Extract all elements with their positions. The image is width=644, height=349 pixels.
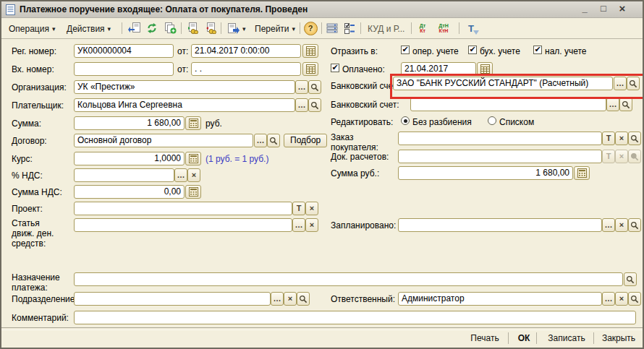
paid-date-field[interactable]: 21.04.2017 xyxy=(401,62,476,76)
magnifier-button[interactable] xyxy=(627,77,640,90)
payment-in-icon[interactable] xyxy=(185,21,200,35)
ellipsis-button[interactable]: … xyxy=(295,80,308,94)
operation-menu-button[interactable]: Операция▾ xyxy=(4,20,59,38)
checkbox-buh-uchet[interactable]: ✔ xyxy=(468,46,477,54)
magnifier-button[interactable] xyxy=(619,98,632,111)
bank-account2-field[interactable] xyxy=(410,98,606,111)
magnifier-button[interactable] xyxy=(267,134,280,147)
vat-percent-field[interactable] xyxy=(74,168,174,182)
toolbar-separator xyxy=(221,22,221,34)
payer-field[interactable]: Кольцова Инга Сергеевна xyxy=(74,98,295,112)
clear-button[interactable]: × xyxy=(305,218,318,232)
planned-label: Запланировано: xyxy=(331,220,396,230)
vat-amount-field[interactable]: 0,00 xyxy=(74,185,185,199)
magnifier-button[interactable] xyxy=(308,98,321,112)
magnifier-button[interactable] xyxy=(624,272,637,286)
goto-menu-button[interactable]: Перейти▾ xyxy=(250,20,300,38)
kud-button[interactable]: КУД и Р... xyxy=(363,20,409,38)
magnifier-button[interactable] xyxy=(308,80,321,94)
ok-button[interactable]: ОК xyxy=(511,330,537,346)
ellipsis-button[interactable]: … xyxy=(602,218,615,232)
ellipsis-button[interactable]: … xyxy=(295,98,308,112)
chevron-down-icon: ▾ xyxy=(242,25,246,33)
dtn-ktn-icon[interactable]: ДтНКтН xyxy=(436,21,452,35)
radio-list[interactable] xyxy=(488,116,496,125)
ellipsis-button[interactable]: … xyxy=(174,168,187,182)
calculator-button[interactable] xyxy=(574,166,590,180)
titlebar[interactable]: Платежное поручение входящее: Оплата от … xyxy=(1,1,643,18)
pick-button[interactable]: Подбор xyxy=(284,134,327,147)
actions-menu-button[interactable]: Действия▾ xyxy=(62,20,115,38)
clear-button[interactable]: × xyxy=(615,218,628,232)
print-button[interactable]: Печать xyxy=(462,330,507,346)
ellipsis-button[interactable]: … xyxy=(254,134,267,147)
rate-field[interactable]: 1,0000 xyxy=(74,152,185,165)
text-edit-button[interactable]: T xyxy=(602,132,615,145)
magnifier-button[interactable] xyxy=(628,292,641,306)
ellipsis-button[interactable]: … xyxy=(292,218,305,232)
close-window-button[interactable]: Закрыть xyxy=(596,330,641,346)
close-button[interactable]: × xyxy=(615,3,630,15)
magnifier-button[interactable] xyxy=(628,132,641,145)
reg-date-field[interactable]: 21.04.2017 0:00:00 xyxy=(191,44,301,58)
reg-number-field[interactable]: УК000000004 xyxy=(74,44,174,58)
help-icon[interactable]: ? xyxy=(302,21,318,35)
calendar-button[interactable] xyxy=(302,44,318,58)
minimize-button[interactable]: _ xyxy=(577,3,592,15)
no-split-label: Без разбиения xyxy=(412,117,472,127)
chevron-down-icon: ▾ xyxy=(292,25,296,33)
vat-amount-label: Сумма НДС: xyxy=(12,187,62,197)
copy-document-icon[interactable] xyxy=(162,21,178,35)
calculator-button[interactable] xyxy=(185,185,201,199)
filter-icon[interactable]: Т xyxy=(463,21,479,35)
clear-button[interactable]: × xyxy=(305,202,318,215)
list-settings-icon[interactable] xyxy=(324,21,340,35)
bank-account-field[interactable]: ЗАО "БАНК РУССКИЙ СТАНДАРТ" (Расчетный) xyxy=(393,77,613,90)
responsible-field[interactable]: Администратор xyxy=(398,292,602,306)
department-field[interactable] xyxy=(74,292,271,306)
ellipsis-button[interactable]: … xyxy=(602,292,615,306)
checkbox-settings-icon[interactable] xyxy=(342,21,357,35)
payment-purpose-field[interactable] xyxy=(74,272,623,286)
amount-field[interactable]: 1 680,00 xyxy=(74,116,185,130)
amount-rub-field[interactable]: 1 680,00 xyxy=(398,166,573,180)
maximize-button[interactable]: □ xyxy=(596,3,611,15)
calculator-button[interactable] xyxy=(185,116,201,130)
ellipsis-button[interactable]: … xyxy=(271,292,284,306)
text-edit-button[interactable]: T xyxy=(292,202,305,215)
planned-field[interactable] xyxy=(398,218,602,232)
contract-field[interactable]: Основной договор xyxy=(74,134,253,147)
ellipsis-button[interactable]: … xyxy=(614,77,627,90)
magnifier-button[interactable] xyxy=(297,292,310,306)
project-field[interactable] xyxy=(74,202,292,215)
ellipsis-button[interactable]: … xyxy=(606,98,619,111)
toolbar-separator xyxy=(321,22,322,34)
cash-flow-field[interactable] xyxy=(74,218,292,232)
clear-button[interactable]: × xyxy=(615,292,628,306)
clear-button[interactable]: × xyxy=(615,132,628,145)
radio-no-split[interactable] xyxy=(401,116,410,125)
input-on-basis-button[interactable]: ▾ xyxy=(223,20,250,38)
save-button[interactable]: Записать xyxy=(539,330,594,346)
toolbar-separator xyxy=(459,22,459,34)
calendar-button[interactable] xyxy=(477,62,493,76)
calculator-button[interactable] xyxy=(185,152,201,165)
comment-field[interactable] xyxy=(74,311,636,324)
calendar-button[interactable] xyxy=(302,62,318,76)
reread-document-icon[interactable] xyxy=(126,21,142,35)
customer-order-field[interactable] xyxy=(398,132,602,145)
payment-out-icon[interactable] xyxy=(203,21,219,35)
dt-kt-icon[interactable]: ДтКт xyxy=(415,21,431,35)
post-document-icon[interactable] xyxy=(144,21,160,35)
toolbar-separator xyxy=(300,22,300,34)
in-number-field[interactable] xyxy=(74,62,174,76)
magnifier-button[interactable] xyxy=(628,218,641,232)
checkbox-oper-uchet[interactable]: ✔ xyxy=(401,46,410,54)
clear-button[interactable]: × xyxy=(187,168,200,182)
checkbox-nal-uchet[interactable]: ✔ xyxy=(533,46,542,54)
clear-button[interactable]: × xyxy=(284,292,297,306)
in-date-field[interactable]: . . xyxy=(191,62,301,76)
checkbox-paid[interactable]: ✔ xyxy=(331,64,339,72)
organization-field[interactable]: УК «Престиж» xyxy=(74,80,295,94)
text-edit-button: T xyxy=(602,150,615,163)
